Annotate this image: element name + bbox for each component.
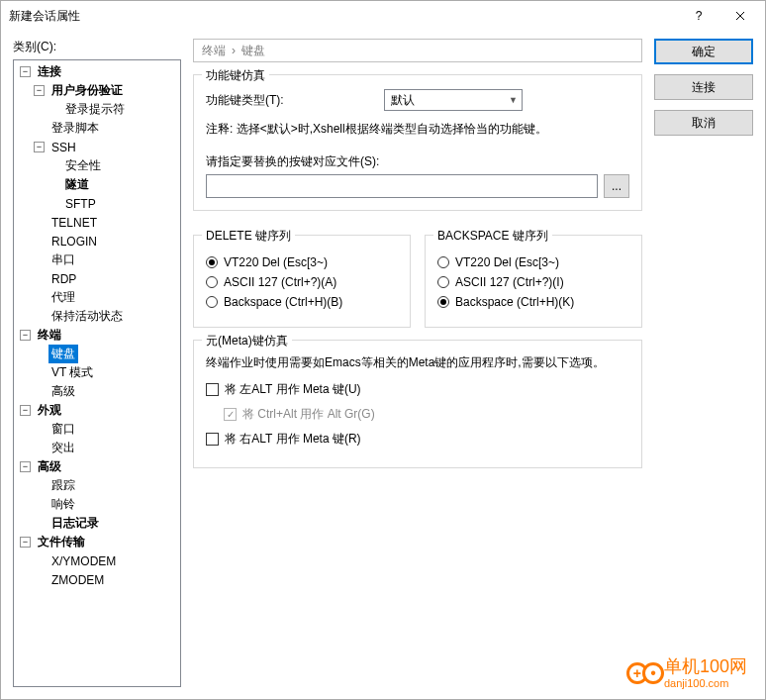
ellipsis-icon: ... [612,179,622,193]
tree-item-proxy[interactable]: 代理 [14,288,180,307]
help-button[interactable]: ? [678,1,719,31]
delete-opt-backspace[interactable]: Backspace (Ctrl+H)(B) [206,295,398,309]
tree-item-tunnel[interactable]: 隧道 [14,175,180,194]
collapse-icon[interactable]: − [20,330,31,341]
backspace-opt-vt220[interactable]: VT220 Del (Esc[3~) [437,255,629,269]
checkbox-icon [206,383,219,396]
watermark-title: 单机100网 [664,657,747,677]
browse-button[interactable]: ... [604,174,629,198]
category-tree[interactable]: −连接 −用户身份验证 登录提示符 登录脚本 −SSH 安全性 隧道 SFTP [13,59,181,687]
tree-item-keyboard[interactable]: 键盘 [14,345,180,363]
radio-icon [206,276,218,288]
breadcrumb-terminal[interactable]: 终端 [202,43,226,59]
group-meta: 元(Meta)键仿真 终端作业时使用需要如Emacs等相关的Meta键的应用程序… [193,340,642,468]
collapse-icon[interactable]: − [20,537,31,548]
checkbox-icon [224,408,237,421]
tree-item-telnet[interactable]: TELNET [14,213,180,232]
left-column: 类别(C): −连接 −用户身份验证 登录提示符 登录脚本 −SSH 安全性 隧… [13,39,181,687]
tree-item-ssh[interactable]: −SSH [14,138,180,156]
meta-right-alt-check[interactable]: 将 右ALT 用作 Meta 键(R) [206,431,629,448]
titlebar: 新建会话属性 ? [1,1,765,31]
tree-item-login-script[interactable]: 登录脚本 [14,119,180,138]
tree-item-zmodem[interactable]: ZMODEM [14,570,180,589]
group-funckey: 功能键仿真 功能键类型(T): 默认 ▼ 注释: 选择<默认>时,Xshell根… [193,74,642,211]
radio-icon [206,296,218,308]
funckey-type-label: 功能键类型(T): [206,92,384,109]
tree-item-terminal-advanced[interactable]: 高级 [14,382,180,401]
tree-item-window[interactable]: 窗口 [14,420,180,439]
collapse-icon[interactable]: − [20,66,31,77]
tree-item-bell[interactable]: 响铃 [14,495,180,514]
radio-icon [437,256,449,268]
tree-item-serial[interactable]: 串口 [14,250,180,269]
tree-item-auth[interactable]: −用户身份验证 [14,81,180,100]
ok-button[interactable]: 确定 [654,39,753,64]
tree-item-appearance[interactable]: −外观 [14,401,180,420]
watermark: 单机100网 danji100.com [626,657,747,689]
tree-item-logging[interactable]: 日志记录 [14,514,180,533]
keymap-file-label: 请指定要替换的按键对应文件(S): [206,153,629,170]
tree-item-rdp[interactable]: RDP [14,269,180,288]
connect-button[interactable]: 连接 [654,74,753,100]
backspace-opt-ascii127[interactable]: ASCII 127 (Ctrl+?)(I) [437,275,629,289]
cancel-button[interactable]: 取消 [654,110,753,136]
tree-item-rlogin[interactable]: RLOGIN [14,232,180,250]
tree-item-sftp[interactable]: SFTP [14,194,180,213]
tree-item-login-prompt[interactable]: 登录提示符 [14,100,180,119]
tree-item-vtmode[interactable]: VT 模式 [14,363,180,382]
main-panel: 终端 › 键盘 功能键仿真 功能键类型(T): 默认 ▼ 注释: 选择<默认>时… [193,39,642,687]
collapse-icon[interactable]: − [34,85,45,96]
funckey-type-select[interactable]: 默认 ▼ [384,89,523,111]
legend-meta: 元(Meta)键仿真 [202,333,292,350]
group-backspace: BACKSPACE 键序列 VT220 Del (Esc[3~) ASCII 1… [425,235,642,328]
meta-desc: 终端作业时使用需要如Emacs等相关的Meta键的应用程序时,需要以下选项。 [206,354,629,371]
tree-item-connection[interactable]: −连接 [14,62,180,81]
chevron-right-icon: › [232,44,236,57]
collapse-icon[interactable]: − [20,461,31,472]
content: 类别(C): −连接 −用户身份验证 登录提示符 登录脚本 −SSH 安全性 隧… [1,31,765,699]
delete-opt-ascii127[interactable]: ASCII 127 (Ctrl+?)(A) [206,275,398,289]
breadcrumb-keyboard: 键盘 [241,43,265,59]
tree-item-advanced[interactable]: −高级 [14,457,180,476]
radio-icon [206,256,218,268]
tree-item-trace[interactable]: 跟踪 [14,476,180,495]
button-column: 确定 连接 取消 [654,39,753,687]
delete-opt-vt220[interactable]: VT220 Del (Esc[3~) [206,255,398,269]
legend-backspace: BACKSPACE 键序列 [433,228,552,245]
window-title: 新建会话属性 [9,8,678,25]
category-label: 类别(C): [13,39,181,55]
funckey-note: 注释: 选择<默认>时,Xshell根据终端类型自动选择恰当的功能键。 [206,121,629,138]
collapse-icon[interactable]: − [34,142,45,152]
keymap-file-input[interactable] [206,174,598,198]
legend-delete: DELETE 键序列 [202,228,295,245]
radio-icon [437,276,449,288]
watermark-url: danji100.com [664,677,747,689]
tree-item-security[interactable]: 安全性 [14,156,180,175]
legend-funckey: 功能键仿真 [202,67,269,84]
radio-icon [437,296,449,308]
tree-item-filetransfer[interactable]: −文件传输 [14,533,180,551]
backspace-opt-backspace[interactable]: Backspace (Ctrl+H)(K) [437,295,629,309]
tree-item-terminal[interactable]: −终端 [14,326,180,345]
chevron-down-icon: ▼ [509,95,518,105]
close-button[interactable] [719,1,761,31]
tree-item-xymodem[interactable]: X/YMODEM [14,551,180,570]
breadcrumb: 终端 › 键盘 [193,39,642,62]
checkbox-icon [206,433,219,446]
meta-ctrlalt-check: 将 Ctrl+Alt 用作 Alt Gr(G) [224,406,629,423]
tree-item-keepalive[interactable]: 保持活动状态 [14,307,180,326]
tree-item-highlight[interactable]: 突出 [14,439,180,457]
logo-icon [626,662,658,684]
close-icon [735,11,745,21]
meta-left-alt-check[interactable]: 将 左ALT 用作 Meta 键(U) [206,381,629,398]
group-delete: DELETE 键序列 VT220 Del (Esc[3~) ASCII 127 … [193,235,411,328]
funckey-type-value: 默认 [391,92,415,109]
collapse-icon[interactable]: − [20,405,31,416]
